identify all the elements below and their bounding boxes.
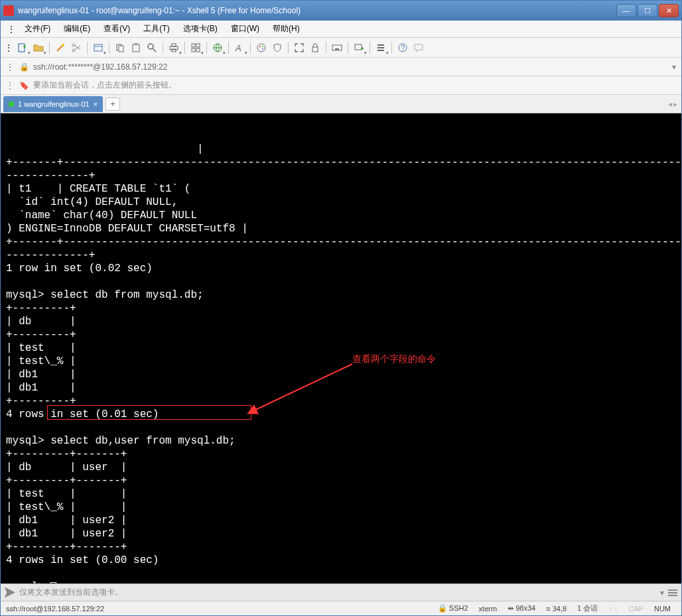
window-plus-icon xyxy=(354,42,364,53)
scissors-icon xyxy=(71,42,82,53)
lock-icon: 🔒 xyxy=(19,62,29,72)
grip-icon: ⋮ xyxy=(6,81,15,90)
expand-icon xyxy=(294,42,305,53)
size-icon: ⇹ xyxy=(508,604,513,612)
open-button[interactable] xyxy=(31,40,46,55)
titlebar[interactable]: wangruifenglinux-01 - root@wangruifeng-0… xyxy=(1,1,681,21)
svg-rect-14 xyxy=(192,44,195,47)
color-scheme-button[interactable] xyxy=(254,40,269,55)
svg-point-10 xyxy=(148,44,153,49)
app-icon xyxy=(3,5,14,16)
input-bar[interactable]: 仅将文本发送到当前选项卡。 ▾ xyxy=(1,584,681,601)
tab-prev-button[interactable]: ◂ xyxy=(668,99,672,109)
grip-icon: ⋮ xyxy=(7,25,17,34)
menubar: ⋮ 文件(F) 编辑(E) 查看(V) 工具(T) 选项卡(B) 窗口(W) 帮… xyxy=(1,21,681,38)
svg-point-22 xyxy=(262,46,263,47)
input-placeholder: 仅将文本发送到当前选项卡。 xyxy=(19,587,123,598)
svg-rect-31 xyxy=(355,44,362,50)
svg-rect-12 xyxy=(172,44,176,46)
svg-point-20 xyxy=(257,44,265,52)
tab-bar: 1 wangruifenglinux-01 × + ◂ ▸ xyxy=(1,95,681,113)
keyboard-button[interactable] xyxy=(330,40,344,55)
svg-point-23 xyxy=(262,48,263,50)
maximize-button[interactable]: ☐ xyxy=(638,4,657,17)
fullscreen-button[interactable] xyxy=(292,40,307,55)
palette-icon xyxy=(256,42,267,53)
print-button[interactable] xyxy=(167,40,181,55)
status-size: 98x34 xyxy=(515,604,535,612)
hint-bar: ⋮ 🔖 要添加当前会话，点击左侧的箭头按钮。 xyxy=(1,76,681,95)
toolbar: ⋮ A ? xyxy=(1,38,681,58)
globe-icon xyxy=(212,42,223,53)
grip-icon: ⋮ xyxy=(5,43,14,52)
svg-rect-24 xyxy=(312,47,318,52)
encoding-button[interactable] xyxy=(210,40,225,55)
font-button[interactable]: A xyxy=(232,40,247,55)
properties-button[interactable] xyxy=(91,40,105,55)
paste-button[interactable] xyxy=(129,40,143,55)
bookmark-icon[interactable]: 🔖 xyxy=(19,81,29,90)
help-button[interactable]: ? xyxy=(395,40,410,55)
printer-icon xyxy=(169,42,179,53)
svg-text:?: ? xyxy=(401,44,405,52)
menu-tools[interactable]: 工具(T) xyxy=(138,21,174,36)
new-session-button[interactable] xyxy=(15,40,30,55)
lock-icon xyxy=(310,42,320,53)
window-title: wangruifenglinux-01 - root@wangruifeng-0… xyxy=(18,6,616,15)
down-arrow-icon[interactable]: ↓ xyxy=(614,605,618,613)
clipboard-icon xyxy=(131,42,141,53)
input-menu-icon[interactable] xyxy=(668,589,677,596)
status-term: xterm xyxy=(474,605,503,613)
menu-edit[interactable]: 编辑(E) xyxy=(58,21,96,36)
address-text[interactable]: ssh://root:********@192.168.57.129:22 xyxy=(33,62,672,72)
address-dropdown-icon[interactable]: ▾ xyxy=(672,62,676,72)
menu-tabs[interactable]: 选项卡(B) xyxy=(178,21,223,36)
search-icon xyxy=(147,42,157,53)
terminal[interactable]: | +-------+-----------------------------… xyxy=(1,113,681,584)
file-plus-icon xyxy=(17,42,28,53)
find-button[interactable] xyxy=(145,40,159,55)
input-dropdown-icon[interactable]: ▾ xyxy=(660,588,664,597)
menu-help[interactable]: 帮助(H) xyxy=(267,21,305,36)
tab-close-button[interactable]: × xyxy=(94,100,98,108)
xagent-button[interactable] xyxy=(270,40,285,55)
new-window-button[interactable] xyxy=(352,40,366,55)
shield-icon xyxy=(272,42,283,53)
view-mode-button[interactable] xyxy=(374,40,388,55)
svg-rect-7 xyxy=(119,46,123,52)
status-dot-icon xyxy=(9,101,14,107)
menu-file[interactable]: 文件(F) xyxy=(19,21,56,36)
list-icon xyxy=(375,42,386,53)
close-button[interactable]: ✕ xyxy=(659,4,679,17)
status-num: NUM xyxy=(649,605,676,613)
status-ssh: SSH2 xyxy=(449,604,468,612)
font-icon: A xyxy=(234,42,245,53)
menu-window[interactable]: 窗口(W) xyxy=(226,21,265,36)
copy-button[interactable] xyxy=(113,40,127,55)
disconnect-button[interactable] xyxy=(69,40,84,55)
menu-view[interactable]: 查看(V) xyxy=(98,21,135,36)
address-bar: ⋮ 🔒 ssh://root:********@192.168.57.129:2… xyxy=(1,58,681,76)
lock-button[interactable] xyxy=(308,40,322,55)
status-cap: CAP xyxy=(623,605,649,613)
svg-point-1 xyxy=(62,44,64,46)
minimize-button[interactable]: — xyxy=(616,4,636,17)
new-tab-button[interactable]: + xyxy=(105,97,120,111)
card-icon xyxy=(93,42,103,53)
svg-rect-16 xyxy=(192,48,195,52)
status-sessions: 1 会话 xyxy=(572,603,603,613)
layout-button[interactable] xyxy=(188,40,203,55)
up-arrow-icon[interactable]: ↑ xyxy=(608,605,612,613)
pos-icon: ≡ xyxy=(546,605,550,613)
folder-icon xyxy=(33,42,44,53)
tab-next-button[interactable]: ▸ xyxy=(673,99,677,109)
svg-rect-15 xyxy=(196,44,200,47)
keyboard-icon xyxy=(332,42,342,53)
chat-button[interactable] xyxy=(411,40,426,55)
svg-text:A: A xyxy=(235,43,241,53)
svg-point-21 xyxy=(259,46,261,47)
reconnect-button[interactable] xyxy=(53,40,68,55)
svg-rect-4 xyxy=(94,44,102,51)
tab-label: 1 wangruifenglinux-01 xyxy=(18,100,90,108)
session-tab[interactable]: 1 wangruifenglinux-01 × xyxy=(3,96,103,112)
